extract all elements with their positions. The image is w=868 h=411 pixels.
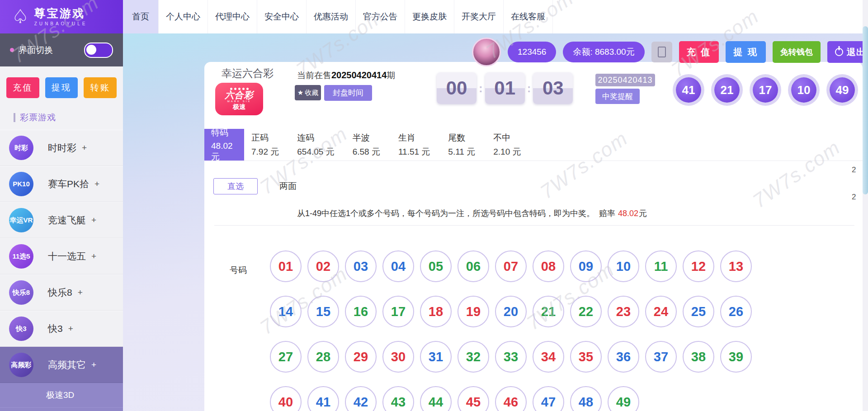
number-ball-35[interactable]: 35 [570,341,602,373]
number-ball-17[interactable]: 17 [382,296,414,327]
number-ball-44[interactable]: 44 [420,386,452,411]
number-ball-48[interactable]: 48 [570,386,602,411]
ui-switch-toggle[interactable] [84,43,113,58]
close-time-button[interactable]: 封盘时间 [324,85,372,101]
sidebar-action-3[interactable]: 转账 [84,77,117,98]
number-ball-23[interactable]: 23 [608,296,639,327]
number-ball-49[interactable]: 49 [608,386,639,411]
rate-label: 赔率 [599,209,615,218]
refresh-balance-button[interactable] [651,42,672,62]
number-ball-07[interactable]: 07 [495,250,527,282]
recharge-button[interactable]: 充 值 [679,41,719,63]
number-ball-02[interactable]: 02 [307,250,339,282]
number-ball-15[interactable]: 15 [307,296,339,327]
sidebar-game-item-2[interactable]: PK10赛车PK拾+ [0,166,123,202]
sidebar-game-item-4[interactable]: 11选5十一选五+ [0,238,123,274]
number-ball-36[interactable]: 36 [608,341,639,373]
nav-item-9[interactable]: 在线客服 [504,0,553,33]
number-ball-30[interactable]: 30 [382,341,414,373]
number-ball-08[interactable]: 08 [533,250,564,282]
odds-tab-5[interactable]: 生肖11.51 元 [391,129,441,161]
odds-tab-6[interactable]: 尾数5.11 元 [441,129,486,161]
number-ball-19[interactable]: 19 [458,296,489,327]
last-issue-pill: 20250420413 [595,74,655,86]
scrollbar-thumb[interactable] [863,26,868,194]
expand-plus-icon: + [78,288,83,298]
sidebar-action-1[interactable]: 充值 [6,77,39,98]
number-ball-22[interactable]: 22 [570,296,602,327]
number-ball-14[interactable]: 14 [270,296,302,327]
nav-item-7[interactable]: 更换皮肤 [405,0,454,33]
number-ball-38[interactable]: 38 [683,341,714,373]
number-ball-40[interactable]: 40 [270,386,302,411]
number-ball-05[interactable]: 05 [420,250,452,282]
number-ball-16[interactable]: 16 [345,296,377,327]
number-ball-28[interactable]: 28 [307,341,339,373]
number-ball-20[interactable]: 20 [495,296,527,327]
user-avatar[interactable] [472,38,501,66]
number-ball-10[interactable]: 10 [608,250,639,282]
number-ball-12[interactable]: 12 [683,250,714,282]
odds-tab-4[interactable]: 半波6.58 元 [345,129,391,161]
number-ball-42[interactable]: 42 [345,386,377,411]
odds-tab-1[interactable]: 特码48.02 元 [204,129,244,161]
odds-tab-3[interactable]: 连码654.05 元 [290,129,345,161]
withdraw-button[interactable]: 提 现 [726,41,766,63]
number-ball-47[interactable]: 47 [533,386,564,411]
number-ball-09[interactable]: 09 [570,250,602,282]
free-wallet-button[interactable]: 免转钱包 [773,41,821,63]
nav-item-4[interactable]: 安全中心 [257,0,307,33]
sidebar-game-item-5[interactable]: 快乐8快乐8+ [0,274,123,311]
number-ball-45[interactable]: 45 [458,386,489,411]
nav-item-2[interactable]: 个人中心 [159,0,208,33]
countdown-colon: : [527,81,531,95]
number-ball-18[interactable]: 18 [420,296,452,327]
bullet-dot-icon [10,48,14,52]
nav-item-8[interactable]: 开奖大厅 [454,0,504,33]
sidebar-subitem-2[interactable]: 澳门六合彩 [0,408,123,411]
sidebar-subitem-1[interactable]: 极速3D [0,383,123,408]
nav-item-1[interactable]: 首页 [123,0,159,33]
number-ball-26[interactable]: 26 [720,296,752,327]
number-ball-27[interactable]: 27 [270,341,302,373]
number-ball-39[interactable]: 39 [720,341,752,373]
number-ball-34[interactable]: 34 [533,341,564,373]
number-ball-11[interactable]: 11 [645,250,677,282]
sidebar-game-item-7[interactable]: 高频彩高频其它+ [0,347,123,383]
number-ball-41[interactable]: 41 [307,386,339,411]
number-ball-03[interactable]: 03 [345,250,377,282]
odds-tab-2[interactable]: 正码7.92 元 [244,129,290,161]
logout-button[interactable]: 退出 [827,41,868,63]
number-ball-33[interactable]: 33 [495,341,527,373]
sidebar-game-item-6[interactable]: 快3快3+ [0,311,123,347]
star-icon: ★ [297,89,303,97]
number-ball-06[interactable]: 06 [458,250,489,282]
nav-item-5[interactable]: 优惠活动 [307,0,356,33]
number-ball-31[interactable]: 31 [420,341,452,373]
number-ball-32[interactable]: 32 [458,341,489,373]
number-ball-25[interactable]: 25 [683,296,714,327]
favorite-button[interactable]: ★收藏 [295,85,321,100]
nav-item-3[interactable]: 代理中心 [208,0,257,33]
number-ball-13[interactable]: 13 [720,250,752,282]
number-ball-37[interactable]: 37 [645,341,677,373]
number-ball-46[interactable]: 46 [495,386,527,411]
countdown-digit-2: 01 [485,72,525,104]
sidebar-game-item-1[interactable]: 时彩时时彩+ [0,130,123,166]
odds-tab-7[interactable]: 不中2.10 元 [486,129,532,161]
tab-liangmian[interactable]: 两面 [279,180,297,192]
sidebar-action-2[interactable]: 提现 [45,77,78,98]
odds-tab-label: 不中 [493,132,521,144]
number-ball-01[interactable]: 01 [270,250,302,282]
win-notice-button[interactable]: 中奖提醒 [595,89,640,104]
number-ball-21[interactable]: 21 [533,296,564,327]
sidebar-game-item-3[interactable]: 幸运VR竞速飞艇+ [0,202,123,238]
number-ball-29[interactable]: 29 [345,341,377,373]
game-icon-2: PK10 [9,172,33,196]
tab-zhixuan[interactable]: 直选 [213,178,258,194]
number-ball-24[interactable]: 24 [645,296,677,327]
number-ball-04[interactable]: 04 [382,250,414,282]
number-grid: 0102030405060708091011121314151617181920… [270,250,753,411]
number-ball-43[interactable]: 43 [382,386,414,411]
nav-item-6[interactable]: 官方公告 [356,0,405,33]
